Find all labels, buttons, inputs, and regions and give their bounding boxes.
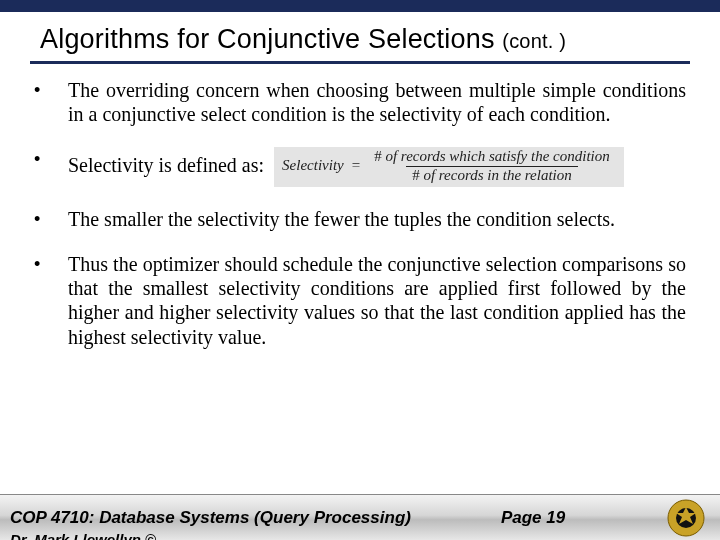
formula-fraction: # of records which satisfy the condition… — [368, 149, 616, 184]
bullet-dot: • — [34, 252, 68, 276]
bullet-dot: • — [34, 78, 68, 102]
bullet-dot: • — [34, 147, 68, 171]
list-item: • Thus the optimizer should schedule the… — [34, 252, 686, 350]
bullet-text: Thus the optimizer should schedule the c… — [68, 252, 686, 350]
formula-numerator: # of records which satisfy the condition — [368, 149, 616, 166]
footer-author: Dr. Mark Llewellyn © — [10, 531, 156, 540]
slide-footer: COP 4710: Database Systems (Query Proces… — [0, 494, 720, 540]
formula-lhs: Selectivity — [282, 158, 344, 174]
top-accent-bar — [0, 0, 720, 12]
list-item: • The smaller the selectivity the fewer … — [34, 207, 686, 231]
bullet-dot: • — [34, 207, 68, 231]
footer-course: COP 4710: Database Systems (Query Proces… — [10, 508, 411, 528]
slide-content: • The overriding concern when choosing b… — [0, 64, 720, 349]
bullet-text: Selectivity is defined as: Selectivity =… — [68, 147, 686, 188]
footer-page: Page 19 — [501, 508, 565, 528]
list-item: • The overriding concern when choosing b… — [34, 78, 686, 127]
title-continuation: (cont. ) — [502, 30, 566, 52]
bullet-text: The smaller the selectivity the fewer th… — [68, 207, 686, 231]
bullet-text: The overriding concern when choosing bet… — [68, 78, 686, 127]
slide: Algorithms for Conjunctive Selections (c… — [0, 0, 720, 540]
title-main: Algorithms for Conjunctive Selections — [40, 24, 495, 54]
formula-equals: = — [350, 158, 362, 174]
ucf-logo-icon — [666, 498, 706, 538]
formula-denominator: # of records in the relation — [406, 166, 578, 184]
slide-title: Algorithms for Conjunctive Selections (c… — [0, 12, 720, 61]
list-item: • Selectivity is defined as: Selectivity… — [34, 147, 686, 188]
bullet-list: • The overriding concern when choosing b… — [34, 78, 686, 349]
formula-lead: Selectivity is defined as: — [68, 147, 264, 177]
formula-row: Selectivity is defined as: Selectivity =… — [68, 147, 686, 188]
selectivity-formula: Selectivity = # of records which satisfy… — [274, 147, 624, 188]
